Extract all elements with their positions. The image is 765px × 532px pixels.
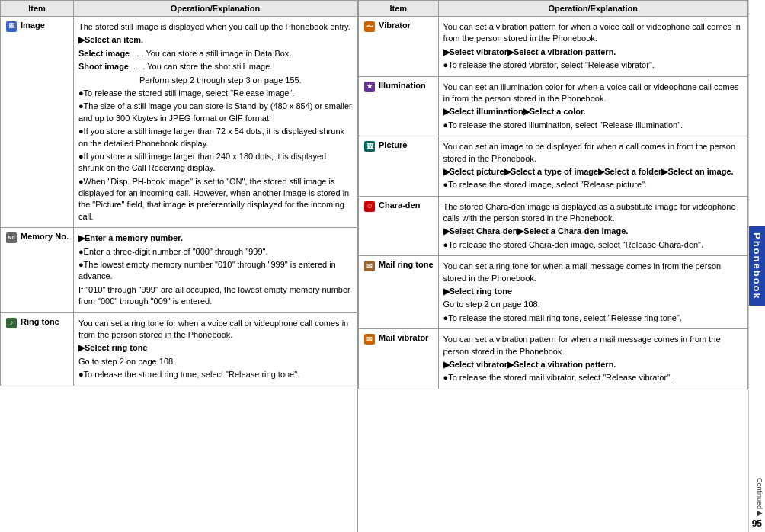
op-text: Go to step 2 on page 108. [78, 356, 352, 367]
item-text-ringtone: Ring tone [21, 316, 59, 328]
op-text: ●The size of a still image you can store… [78, 101, 352, 124]
item-text-chara-den: Chara-den [379, 200, 420, 211]
operation-cell-mail-ring-tone: You can set a ring tone for when a mail … [438, 256, 748, 329]
chara-den-icon: ☺ [363, 200, 376, 213]
item-cell-chara-den: ☺ Chara-den [359, 196, 439, 256]
operation-cell-illumination: You can set an illumination color for wh… [438, 76, 748, 136]
op-text: ▶Select an item. [78, 34, 352, 46]
right-sidebar: Phonebook Continued▶ 95 [748, 0, 765, 532]
item-cell-illumination: ★ Illumination [359, 76, 439, 136]
table-row: ✉ Mail vibrator You can set a vibration … [359, 329, 748, 389]
item-label-mail-vibrator: ✉ Mail vibrator [363, 332, 434, 345]
item-cell-memory: No Memory No. [1, 228, 74, 312]
right-header-operation: Operation/Explanation [438, 1, 748, 17]
item-cell-picture: 🖼 Picture [359, 136, 439, 197]
item-text-mail-vibrator: Mail vibrator [379, 332, 428, 344]
op-text: If "010" through "999" are all occupied,… [78, 284, 352, 308]
vibrator-icon: 〜 [363, 21, 376, 33]
right-table: Item Operation/Explanation 〜 Vibrator [358, 0, 748, 532]
mail-vibrator-icon: ✉ [363, 333, 376, 345]
op-text: ▶Select illumination▶Select a color. [443, 106, 744, 117]
image-icon: 🖼 [5, 21, 18, 33]
item-label-picture: 🖼 Picture [363, 139, 434, 152]
operation-cell-vibrator: You can set a vibration pattern for when… [438, 17, 748, 77]
op-text: The stored Chara-den image is displayed … [443, 201, 744, 225]
op-text: ●The lowest empty memory number "010" th… [78, 259, 352, 283]
item-label-vibrator: 〜 Vibrator [363, 20, 434, 33]
op-text: ▶Select picture▶Select a type of image▶S… [443, 166, 744, 178]
item-text-picture: Picture [379, 139, 407, 151]
left-header-operation: Operation/Explanation [73, 1, 357, 17]
table-row: ♪ Ring tone You can set a ring tone for … [1, 312, 357, 386]
item-label-image: 🖼 Image [5, 20, 69, 33]
op-text: ▶Select Chara-den▶Select a Chara-den ima… [443, 226, 744, 237]
op-text: The stored still image is displayed when… [78, 21, 352, 33]
op-text: You can set a ring tone for when a mail … [443, 261, 744, 284]
op-text: ●When "Disp. PH-book image" is set to "O… [78, 176, 352, 223]
operation-cell-ringtone: You can set a ring tone for when a voice… [73, 312, 357, 386]
item-text-illumination: Illumination [379, 80, 426, 91]
item-text-memory: Memory No. [21, 231, 69, 242]
item-cell-image: 🖼 Image [1, 17, 74, 228]
table-row: 🖼 Picture You can set an image to be dis… [359, 136, 748, 197]
op-text: ▶Select vibrator▶Select a vibration patt… [443, 359, 744, 370]
picture-icon: 🖼 [363, 140, 376, 152]
continued-label: Continued▶ [756, 478, 763, 517]
item-cell-mail-vibrator: ✉ Mail vibrator [359, 329, 439, 389]
item-text-image: Image [21, 20, 45, 31]
op-text: Select image . . . You can store a still… [78, 48, 352, 59]
op-text: ●To release the stored still image, sele… [78, 88, 352, 99]
op-text: You can set an image to be displayed for… [443, 141, 744, 165]
op-text: ▶Select ring tone [78, 342, 352, 354]
op-text: You can set an illumination color for wh… [443, 82, 744, 105]
item-label-mail-ring-tone: ✉ Mail ring tone [363, 259, 434, 272]
table-row: ✉ Mail ring tone You can set a ring tone… [359, 256, 748, 329]
op-text: ▶Enter a memory number. [78, 232, 352, 244]
illumination-icon: ★ [363, 81, 376, 93]
op-text: ●Enter a three-digit number of "000" thr… [78, 246, 352, 258]
operation-cell-picture: You can set an image to be displayed for… [438, 136, 748, 197]
op-text: ●To release the stored mail ring tone, s… [443, 312, 744, 324]
memory-icon: No [5, 232, 18, 244]
ringtone-icon: ♪ [5, 317, 18, 329]
sidebar-phonebook-label: Phonebook [749, 226, 766, 306]
page-number: 95 [752, 518, 762, 529]
op-text: ●To release the stored illumination, sel… [443, 120, 744, 131]
operation-cell-image: The stored still image is displayed when… [73, 17, 357, 228]
item-label-illumination: ★ Illumination [363, 80, 434, 93]
op-text: ●To release the stored image, select "Re… [443, 179, 744, 191]
operation-cell-mail-vibrator: You can set a vibration pattern for when… [438, 329, 748, 389]
item-cell-mail-ring-tone: ✉ Mail ring tone [359, 256, 439, 329]
right-header-item: Item [359, 1, 439, 17]
op-text: Perform step 2 through step 3 on page 15… [139, 75, 352, 86]
op-text: You can set a vibration pattern for when… [443, 334, 744, 357]
table-row: 🖼 Image The stored still image is displa… [1, 17, 357, 228]
op-text: Go to step 2 on page 108. [443, 299, 744, 310]
table-row: No Memory No. ▶Enter a memory number. ●E… [1, 228, 357, 312]
op-text: ▶Select vibrator▶Select a vibration patt… [443, 46, 744, 58]
op-text: ●To release the stored mail vibrator, se… [443, 372, 744, 383]
left-header-item: Item [1, 1, 74, 17]
item-label-chara-den: ☺ Chara-den [363, 200, 434, 213]
operation-cell-chara-den: The stored Chara-den image is displayed … [438, 196, 748, 256]
item-text-mail-ring-tone: Mail ring tone [379, 259, 434, 271]
op-text: You can set a vibration pattern for when… [443, 21, 744, 45]
op-text: ●To release the stored ring tone, select… [78, 369, 352, 380]
item-cell-ringtone: ♪ Ring tone [1, 312, 74, 386]
op-text: You can set a ring tone for when a voice… [78, 318, 352, 341]
mail-ring-tone-icon: ✉ [363, 260, 376, 272]
op-text: ●To release the stored vibrator, select … [443, 59, 744, 71]
op-text: ●To release the stored Chara-den image, … [443, 239, 744, 251]
table-row: 〜 Vibrator You can set a vibration patte… [359, 17, 748, 77]
op-text: ●If you store a still image larger than … [78, 151, 352, 175]
item-label-memory: No Memory No. [5, 231, 69, 244]
item-cell-vibrator: 〜 Vibrator [359, 17, 439, 77]
table-row: ☺ Chara-den The stored Chara-den image i… [359, 196, 748, 256]
item-label-ringtone: ♪ Ring tone [5, 316, 69, 329]
op-text: ●If you store a still image larger than … [78, 126, 352, 149]
op-text: ▶Select ring tone [443, 286, 744, 297]
op-text: Shoot image. . . . You can store the sho… [78, 61, 352, 72]
table-row: ★ Illumination You can set an illuminati… [359, 76, 748, 136]
left-table: Item Operation/Explanation 🖼 Image [0, 0, 358, 532]
item-text-vibrator: Vibrator [379, 20, 411, 31]
